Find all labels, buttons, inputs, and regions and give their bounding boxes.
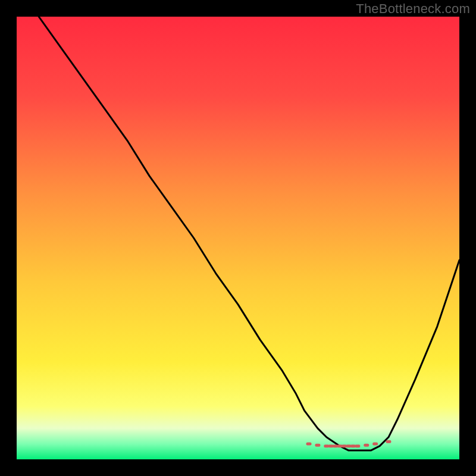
chart-gradient-background — [17, 17, 459, 459]
chart-svg — [17, 17, 459, 459]
optimal-range-marker — [372, 442, 378, 445]
optimal-range-marker — [386, 440, 391, 443]
plot-area — [17, 17, 459, 459]
optimal-range-marker — [364, 444, 369, 447]
watermark-text: TheBottleneck.com — [356, 1, 470, 17]
optimal-range-marker — [306, 442, 312, 445]
optimal-range-marker — [315, 444, 320, 447]
optimal-range-marker — [355, 444, 360, 447]
chart-frame: TheBottleneck.com — [0, 0, 476, 476]
